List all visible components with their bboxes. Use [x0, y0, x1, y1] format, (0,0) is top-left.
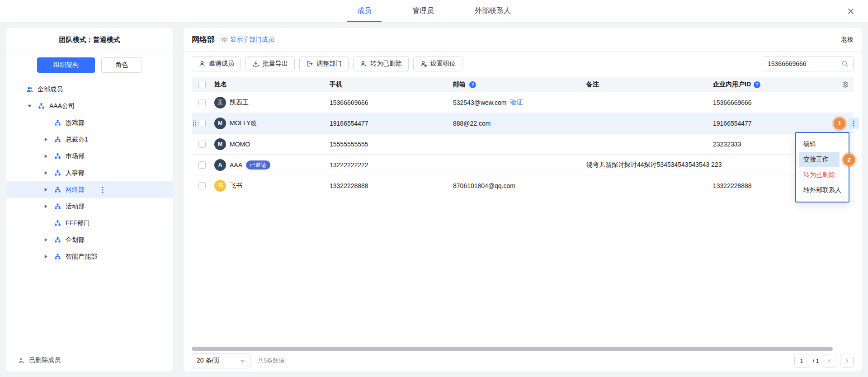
header-email: 邮箱 ? — [443, 80, 576, 89]
verify-link[interactable]: 验证 — [510, 99, 523, 107]
to-deleted-button[interactable]: 转为已删除 — [353, 56, 409, 71]
tree-item-ceo-office[interactable]: 总裁办1 — [6, 131, 173, 148]
email-value: 532543@wew.com — [453, 99, 507, 106]
table-header-row: 姓名 手机 邮箱 ? 备注 企业内用户ID ? — [192, 77, 854, 92]
to-deleted-label: 转为已删除 — [370, 60, 402, 68]
caret-right-icon[interactable] — [43, 237, 54, 242]
page-total-label: / 1 — [813, 358, 819, 364]
tutorial-step-1-badge: 1 — [834, 118, 845, 129]
horizontal-scrollbar[interactable] — [192, 347, 833, 351]
tree-item-activity-dept[interactable]: 活动部 — [6, 198, 173, 215]
avatar: 王 — [214, 97, 226, 108]
name-cell: M MOMO — [207, 138, 320, 150]
tutorial-step-2-badge: 2 — [843, 154, 855, 165]
menu-item-to-external[interactable]: 转外部联系人 — [796, 183, 849, 198]
column-settings-icon[interactable] — [842, 81, 849, 88]
next-page-button[interactable] — [840, 354, 854, 368]
deleted-members-label: 已删除成员 — [29, 356, 61, 364]
department-icon — [54, 119, 61, 127]
row-check-cell — [192, 182, 207, 189]
deleted-members-link[interactable]: 已删除成员 — [18, 356, 61, 364]
tree-item-label: 游戏部 — [66, 119, 85, 127]
row-checkbox[interactable] — [198, 141, 206, 148]
row-checkbox[interactable] — [198, 182, 206, 189]
row-check-cell — [192, 161, 207, 169]
batch-export-label: 批量导出 — [263, 60, 288, 68]
row-checkbox[interactable] — [198, 120, 206, 127]
select-all-checkbox[interactable] — [198, 81, 206, 88]
table-row[interactable]: M MOMO 15555555555 23232333 — [192, 134, 854, 155]
tab-admins-label: 管理员 — [412, 6, 434, 16]
row-check-cell — [192, 99, 207, 106]
table-row[interactable]: 王 凯西王 15366669666 532543@wew.com 验证 1536… — [192, 92, 854, 113]
header-select-all — [192, 81, 207, 88]
search-icon[interactable] — [841, 60, 849, 67]
menu-item-to-deleted[interactable]: 转为已删除 — [796, 167, 849, 183]
caret-down-icon[interactable] — [27, 104, 38, 108]
tab-external-contacts[interactable]: 外部联系人 — [465, 0, 521, 22]
set-position-label: 设置职位 — [430, 60, 456, 68]
role-button[interactable]: 角色 — [101, 57, 142, 73]
invited-status-badge: 已邀请 — [246, 160, 270, 170]
tab-admins[interactable]: 管理员 — [402, 0, 444, 22]
table-row[interactable]: 书 飞书 13322228888 8706101804@qq.com 13322… — [192, 175, 854, 196]
row-checkbox[interactable] — [198, 161, 206, 169]
search-input[interactable] — [768, 60, 841, 67]
tree-item-hr-dept[interactable]: 人事部 — [6, 165, 173, 181]
tree-item-game-dept[interactable]: 游戏部 — [6, 114, 173, 131]
adjust-department-label: 调整部门 — [316, 60, 342, 68]
email-cell: 888@22.com — [443, 120, 576, 127]
email-cell: 8706101804@qq.com — [443, 182, 576, 189]
member-name: 飞书 — [230, 182, 242, 190]
tree-item-all-members[interactable]: 全部成员 — [6, 81, 173, 98]
close-icon[interactable] — [846, 7, 855, 16]
email-value: 888@22.com — [453, 120, 491, 127]
move-out-icon — [306, 60, 313, 67]
caret-right-icon[interactable] — [43, 137, 54, 142]
caret-right-icon[interactable] — [43, 154, 54, 159]
member-management-dialog: 成员 管理员 外部联系人 团队模式：普通模式 组织架构 角色 全部成员 — [0, 0, 868, 377]
tree-item-market-dept[interactable]: 市场部 — [6, 148, 173, 165]
tree-item-network-dept[interactable]: 网络部 — [6, 181, 173, 198]
member-table: 姓名 手机 邮箱 ? 备注 企业内用户ID ? — [192, 77, 854, 196]
tree-item-planning-dept[interactable]: 企划部 — [6, 231, 173, 248]
caret-right-icon[interactable] — [43, 204, 54, 209]
drag-handle-icon[interactable] — [193, 120, 196, 127]
tab-group: 成员 管理员 外部联系人 — [347, 0, 521, 22]
org-structure-button[interactable]: 组织架构 — [37, 57, 95, 73]
header-user-id: 企业内用户ID ? — [704, 80, 834, 89]
set-position-button[interactable]: 设置职位 — [413, 56, 462, 71]
member-name: MOMO — [230, 141, 250, 148]
adjust-department-button[interactable]: 调整部门 — [299, 56, 349, 71]
department-icon — [54, 203, 61, 210]
tree-item-smart-capacity-dept[interactable]: 智能产能部 — [6, 248, 173, 265]
department-icon — [38, 103, 45, 110]
content-area: 团队模式：普通模式 组织架构 角色 全部成员 AAA公司 — [0, 23, 868, 377]
batch-export-button[interactable]: 批量导出 — [245, 56, 295, 71]
show-sub-dept-toggle[interactable]: 显示子部门成员 — [221, 36, 274, 44]
email-help-icon[interactable]: ? — [469, 81, 476, 88]
tree-item-fff-dept[interactable]: FFF部门 — [6, 215, 173, 231]
row-more-icon[interactable] — [848, 118, 859, 129]
avatar: M — [214, 138, 226, 150]
menu-item-edit[interactable]: 编辑 — [796, 137, 849, 152]
table-row[interactable]: M MOLLY改 19166554477 888@22.com 19166554… — [192, 113, 854, 134]
invite-member-button[interactable]: 邀请成员 — [192, 56, 241, 71]
tree-item-aaa-company[interactable]: AAA公司 — [6, 98, 173, 114]
prev-page-button[interactable] — [823, 354, 836, 368]
user-id-help-icon[interactable]: ? — [754, 81, 760, 88]
deleted-person-icon — [18, 357, 25, 364]
caret-right-icon[interactable] — [43, 187, 54, 192]
row-checkbox[interactable] — [198, 99, 206, 106]
caret-right-icon[interactable] — [43, 254, 54, 259]
tab-members[interactable]: 成员 — [347, 0, 382, 22]
table-row[interactable]: A AAA 已邀请 13222222222 绕弯儿翁探讨探讨44探讨534534… — [192, 155, 854, 175]
page-size-select[interactable]: 20 条/页 — [192, 353, 250, 368]
tree-item-more-icon[interactable] — [102, 186, 104, 193]
menu-item-handover[interactable]: 交接工作 — [799, 152, 840, 167]
avatar: A — [214, 159, 226, 171]
name-cell: 王 凯西王 — [207, 97, 320, 108]
header-user-id-label: 企业内用户ID — [713, 80, 751, 89]
caret-right-icon[interactable] — [43, 170, 54, 175]
page-number-input[interactable]: 1 — [794, 354, 809, 368]
